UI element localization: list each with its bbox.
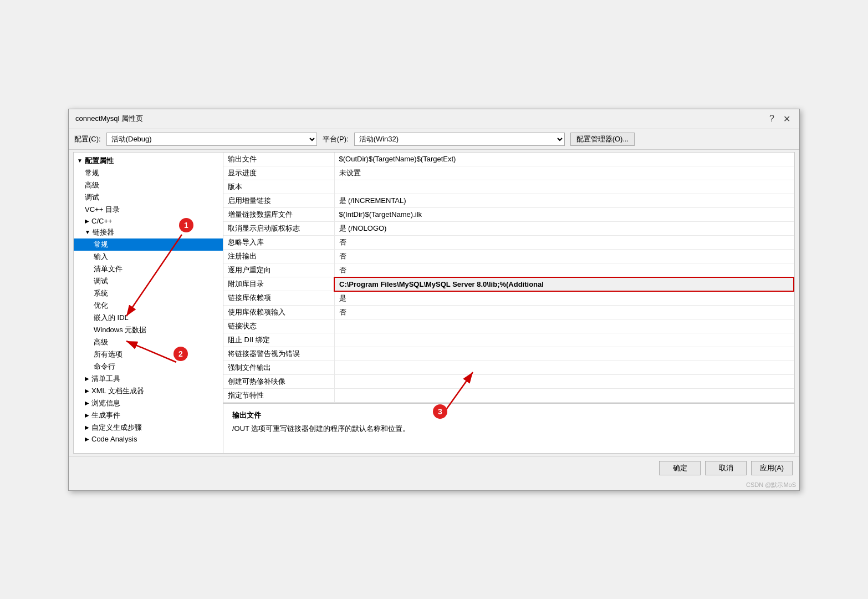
table-row[interactable]: 附加库目录C:\Program Files\MySQL\MySQL Server… <box>223 277 794 291</box>
sidebar-item-vcpp[interactable]: VC++ 目录 <box>74 204 223 216</box>
sidebar-item-label: 常规 <box>85 168 99 178</box>
prop-value: 否 <box>334 235 794 249</box>
prop-name: 创建可热修补映像 <box>223 374 334 388</box>
prop-value: 是 (/INCREMENTAL) <box>334 194 794 207</box>
prop-name: 将链接器警告视为错误 <box>223 347 334 361</box>
expand-icon: ▼ <box>77 158 83 164</box>
config-select[interactable]: 活动(Debug) <box>106 133 317 146</box>
table-row[interactable]: 强制文件输出 <box>223 361 794 374</box>
prop-name: 版本 <box>223 180 334 194</box>
sidebar-root-label: 配置属性 <box>85 156 114 166</box>
prop-value: $(OutDir)$(TargetName)$(TargetExt) <box>334 153 794 166</box>
ok-button[interactable]: 确定 <box>659 461 701 475</box>
table-row[interactable]: 指定节特性 <box>223 388 794 402</box>
sidebar-item-label: XML 文档生成器 <box>91 386 144 396</box>
prop-name: 注册输出 <box>223 249 334 263</box>
sidebar-item-label: 链接器 <box>93 227 114 237</box>
table-row[interactable]: 注册输出否 <box>223 249 794 263</box>
table-row[interactable]: 使用库依赖项输入否 <box>223 305 794 319</box>
sidebar-item-codeanalysis[interactable]: ▶ Code Analysis <box>74 434 223 444</box>
sidebar-item-label: 系统 <box>94 288 108 298</box>
config-manager-button[interactable]: 配置管理器(O)... <box>570 133 635 146</box>
prop-value: $(IntDir)$(TargetName).ilk <box>334 207 794 221</box>
sidebar-item-label: 清单文件 <box>94 264 122 274</box>
prop-value <box>334 388 794 402</box>
cancel-button[interactable]: 取消 <box>705 461 747 475</box>
sidebar-root[interactable]: ▼ 配置属性 <box>74 155 223 167</box>
sidebar-item-label: 高级 <box>94 337 108 347</box>
sidebar-item-label: 浏览信息 <box>91 398 120 408</box>
close-button[interactable]: ✕ <box>781 114 793 124</box>
sidebar-item-gaoji[interactable]: 高级 <box>74 179 223 191</box>
prop-value: 否 <box>334 305 794 319</box>
sidebar-item-label: 清单工具 <box>91 374 120 384</box>
prop-value <box>334 319 794 333</box>
sidebar-item-qingdanwenjian[interactable]: 清单文件 <box>74 263 223 275</box>
sidebar-item-lianjieqi[interactable]: ▼ 链接器 <box>74 226 223 238</box>
sidebar-item-gaoji2[interactable]: 高级 <box>74 336 223 348</box>
table-row[interactable]: 阻止 DII 绑定 <box>223 333 794 347</box>
sidebar-item-label: 调试 <box>85 192 99 202</box>
sidebar-item-xitong[interactable]: 系统 <box>74 287 223 300</box>
sidebar-item-changgui2[interactable]: 常规 <box>74 238 223 251</box>
expand-icon: ▶ <box>85 375 89 382</box>
sidebar-item-shengcheng[interactable]: ▶ 生成事件 <box>74 409 223 422</box>
prop-name: 阻止 DII 绑定 <box>223 333 334 347</box>
help-button[interactable]: ? <box>767 114 777 124</box>
sidebar-item-tiaoshi2[interactable]: 调试 <box>74 275 223 287</box>
table-row[interactable]: 将链接器警告视为错误 <box>223 347 794 361</box>
sidebar-item-youhua[interactable]: 优化 <box>74 300 223 312</box>
table-row[interactable]: 启用增量链接是 (/INCREMENTAL) <box>223 194 794 207</box>
prop-value <box>334 180 794 194</box>
sidebar-item-zidingyishengcheng[interactable]: ▶ 自定义生成步骤 <box>74 422 223 434</box>
sidebar-item-label: C/C++ <box>91 217 113 225</box>
expand-icon: ▶ <box>85 400 89 406</box>
sidebar-item-qianru[interactable]: 嵌入的 IDL <box>74 312 223 324</box>
sidebar-item-tiaoshi[interactable]: 调试 <box>74 191 223 204</box>
prop-name: 附加库目录 <box>223 277 334 291</box>
prop-name: 使用库依赖项输入 <box>223 305 334 319</box>
prop-name: 忽略导入库 <box>223 235 334 249</box>
sidebar-item-shuru[interactable]: 输入 <box>74 251 223 263</box>
prop-value <box>334 374 794 388</box>
apply-button[interactable]: 应用(A) <box>751 461 793 475</box>
expand-icon: ▶ <box>85 388 89 394</box>
prop-value[interactable]: C:\Program Files\MySQL\MySQL Server 8.0\… <box>334 277 794 291</box>
sidebar: ▼ 配置属性 常规 高级 调试 VC++ 目录 ▶ C/C++ ▼ <box>74 153 223 453</box>
main-dialog: connectMysql 属性页 ? ✕ 配置(C): 活动(Debug) 平台… <box>68 109 800 491</box>
title-bar: connectMysql 属性页 ? ✕ <box>69 109 799 129</box>
prop-name: 增量链接数据库文件 <box>223 207 334 221</box>
prop-value <box>334 333 794 347</box>
platform-select[interactable]: 活动(Win32) <box>354 133 565 146</box>
table-row[interactable]: 忽略导入库否 <box>223 235 794 249</box>
sidebar-item-cpp[interactable]: ▶ C/C++ <box>74 216 223 226</box>
table-row[interactable]: 创建可热修补映像 <box>223 374 794 388</box>
table-row[interactable]: 版本 <box>223 180 794 194</box>
sidebar-item-liulan[interactable]: ▶ 浏览信息 <box>74 397 223 409</box>
main-content: ▼ 配置属性 常规 高级 调试 VC++ 目录 ▶ C/C++ ▼ <box>73 152 795 454</box>
table-row[interactable]: 链接库依赖项是 <box>223 291 794 306</box>
sidebar-item-suoyou[interactable]: 所有选项 <box>74 348 223 361</box>
table-row[interactable]: 输出文件$(OutDir)$(TargetName)$(TargetExt) <box>223 153 794 166</box>
platform-label: 平台(P): <box>323 134 349 144</box>
prop-value: 是 (/NOLOGO) <box>334 221 794 235</box>
title-bar-controls: ? ✕ <box>767 114 793 124</box>
dialog-footer: 确定 取消 应用(A) <box>69 456 799 480</box>
prop-name: 链接状态 <box>223 319 334 333</box>
config-bar: 配置(C): 活动(Debug) 平台(P): 活动(Win32) 配置管理器(… <box>69 129 799 150</box>
table-row[interactable]: 链接状态 <box>223 319 794 333</box>
prop-name: 强制文件输出 <box>223 361 334 374</box>
sidebar-item-xml[interactable]: ▶ XML 文档生成器 <box>74 385 223 397</box>
table-row[interactable]: 增量链接数据库文件$(IntDir)$(TargetName).ilk <box>223 207 794 221</box>
table-row[interactable]: 取消显示启动版权标志是 (/NOLOGO) <box>223 221 794 235</box>
sidebar-item-label: 高级 <box>85 180 99 190</box>
table-row[interactable]: 逐用户重定向否 <box>223 263 794 277</box>
prop-value: 是 <box>334 291 794 306</box>
table-row[interactable]: 显示进度未设置 <box>223 166 794 180</box>
sidebar-item-minglinghang[interactable]: 命令行 <box>74 361 223 373</box>
sidebar-item-label: Code Analysis <box>91 435 137 443</box>
sidebar-item-windows[interactable]: Windows 元数据 <box>74 324 223 336</box>
sidebar-item-label: 调试 <box>94 276 108 286</box>
sidebar-item-changgui[interactable]: 常规 <box>74 167 223 179</box>
sidebar-item-qingdangongju[interactable]: ▶ 清单工具 <box>74 373 223 385</box>
